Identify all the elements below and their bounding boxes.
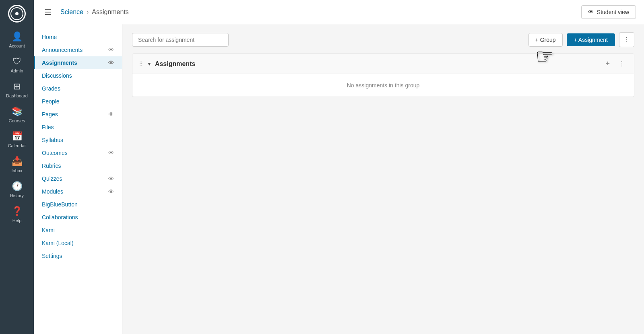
group-header: ⠿ ▼ Assignments + ⋮	[132, 54, 634, 74]
sidebar-item-home[interactable]: Home	[34, 31, 122, 43]
toolbar-right: + Group + Assignment ⋮	[528, 32, 634, 47]
assignments-toolbar: + Group + Assignment ⋮	[132, 32, 634, 47]
breadcrumb: Science › Assignments	[60, 8, 129, 16]
sidebar-label-collaborations: Collaborations	[42, 214, 78, 221]
dashboard-icon: ⊞	[13, 81, 21, 92]
account-icon: 👤	[12, 31, 23, 42]
sidebar-item-pages[interactable]: Pages 👁	[34, 108, 122, 121]
group-more-button[interactable]: ⋮	[616, 59, 627, 68]
sidebar-item-modules[interactable]: Modules 👁	[34, 185, 122, 198]
nav-label-history: History	[10, 193, 24, 198]
sidebar-item-kami[interactable]: Kami	[34, 224, 122, 237]
student-view-label: Student view	[597, 9, 629, 15]
top-bar-right: 👁 Student view	[581, 5, 636, 19]
sidebar-label-grades: Grades	[42, 85, 60, 92]
student-view-icon: 👁	[588, 9, 594, 15]
sidebar-label-quizzes: Quizzes	[42, 175, 62, 182]
sidebar-item-syllabus[interactable]: Syllabus	[34, 134, 122, 146]
nav-label-admin: Admin	[10, 68, 23, 73]
nav-label-inbox: Inbox	[12, 168, 23, 173]
outcomes-eye-icon: 👁	[108, 150, 114, 156]
nav-item-dashboard[interactable]: ⊞ Dashboard	[0, 77, 34, 102]
nav-item-courses[interactable]: 📚 Courses	[0, 102, 34, 127]
sidebar-item-files[interactable]: Files	[34, 121, 122, 134]
announcements-eye-icon: 👁	[108, 47, 114, 53]
nav-item-history[interactable]: 🕐 History	[0, 177, 34, 202]
sidebar-item-kamilocal[interactable]: Kami (Local)	[34, 237, 122, 249]
sidebar-item-rubrics[interactable]: Rubrics	[34, 159, 122, 172]
sidebar-label-settings: Settings	[42, 253, 62, 259]
sidebar-item-collaborations[interactable]: Collaborations	[34, 211, 122, 224]
sidebar-label-discussions: Discussions	[42, 72, 72, 79]
group-add-icon: +	[605, 60, 610, 68]
sidebar-label-people: People	[42, 98, 60, 105]
quizzes-eye-icon: 👁	[108, 175, 114, 182]
nav-item-calendar[interactable]: 📅 Calendar	[0, 127, 34, 152]
sidebar-item-outcomes[interactable]: Outcomes 👁	[34, 146, 122, 159]
inbox-icon: 📥	[12, 156, 23, 167]
sidebar-label-outcomes: Outcomes	[42, 150, 68, 156]
sidebar-item-people[interactable]: People	[34, 95, 122, 108]
course-link[interactable]: Science	[60, 8, 83, 16]
group-title: Assignments	[155, 60, 195, 68]
page-content: + Group + Assignment ⋮ ⠿ ▼ Assignments	[122, 24, 644, 334]
group-toggle-icon[interactable]: ▼	[147, 61, 152, 67]
assignment-group: ⠿ ▼ Assignments + ⋮ No assignments in th…	[132, 54, 634, 97]
nav-item-admin[interactable]: 🛡 Admin	[0, 52, 34, 77]
sidebar-item-quizzes[interactable]: Quizzes 👁	[34, 172, 122, 185]
sidebar-item-assignments[interactable]: Assignments 👁	[34, 56, 122, 69]
sidebar-item-discussions[interactable]: Discussions	[34, 69, 122, 82]
sidebar-label-announcements: Announcements	[42, 47, 83, 53]
modules-eye-icon: 👁	[108, 188, 114, 195]
sidebar-label-assignments: Assignments	[42, 60, 77, 66]
nav-item-account[interactable]: 👤 Account	[0, 27, 34, 52]
hamburger-button[interactable]: ☰	[42, 6, 54, 19]
breadcrumb-separator: ›	[87, 8, 89, 16]
help-icon: ❓	[12, 206, 23, 216]
nav-item-inbox[interactable]: 📥 Inbox	[0, 152, 34, 177]
group-more-icon: ⋮	[619, 60, 625, 67]
more-options-icon: ⋮	[623, 36, 630, 43]
nav-label-help: Help	[12, 218, 22, 223]
nav-label-account: Account	[9, 43, 25, 48]
canvas-logo	[0, 0, 34, 27]
sidebar-item-bigbluebutton[interactable]: BigBlueButton	[34, 198, 122, 211]
empty-group-message: No assignments in this group	[132, 74, 634, 97]
history-icon: 🕐	[12, 181, 23, 192]
sidebar-item-grades[interactable]: Grades	[34, 82, 122, 95]
nav-label-dashboard: Dashboard	[6, 93, 28, 98]
sidebar-label-kami: Kami	[42, 227, 55, 233]
course-nav: Home Announcements 👁 Assignments 👁 Discu…	[34, 24, 122, 334]
nav-label-calendar: Calendar	[8, 143, 26, 148]
more-options-button[interactable]: ⋮	[619, 32, 634, 47]
sidebar-label-bigbluebutton: BigBlueButton	[42, 201, 78, 208]
student-view-button[interactable]: 👁 Student view	[581, 5, 636, 19]
calendar-icon: 📅	[12, 131, 23, 142]
sidebar-label-home: Home	[42, 34, 57, 40]
search-input[interactable]	[132, 33, 229, 47]
pages-eye-icon: 👁	[108, 111, 114, 118]
sidebar-label-modules: Modules	[42, 188, 63, 195]
sidebar-item-announcements[interactable]: Announcements 👁	[34, 43, 122, 56]
add-group-button[interactable]: + Group	[528, 33, 563, 47]
add-assignment-button[interactable]: + Assignment	[567, 33, 615, 46]
content-area: Home Announcements 👁 Assignments 👁 Discu…	[34, 24, 644, 334]
sidebar-label-pages: Pages	[42, 111, 58, 118]
sidebar-item-settings[interactable]: Settings	[34, 249, 122, 262]
group-add-button[interactable]: +	[603, 59, 612, 69]
nav-item-help[interactable]: ❓ Help	[0, 202, 34, 227]
empty-message-text: No assignments in this group	[347, 82, 420, 89]
add-group-label: + Group	[535, 37, 556, 43]
breadcrumb-current: Assignments	[92, 8, 129, 16]
drag-handle-icon[interactable]: ⠿	[139, 61, 143, 67]
sidebar-label-rubrics: Rubrics	[42, 163, 61, 169]
courses-icon: 📚	[12, 106, 23, 117]
add-assignment-label: + Assignment	[574, 37, 608, 43]
global-nav: 👤 Account 🛡 Admin ⊞ Dashboard 📚 Courses …	[0, 0, 34, 334]
admin-icon: 🛡	[12, 56, 21, 67]
sidebar-label-syllabus: Syllabus	[42, 137, 63, 143]
sidebar-label-files: Files	[42, 124, 54, 130]
sidebar-label-kamilocal: Kami (Local)	[42, 240, 74, 246]
main-area: ☰ Science › Assignments 👁 Student view H…	[34, 0, 644, 334]
nav-label-courses: Courses	[9, 118, 25, 123]
